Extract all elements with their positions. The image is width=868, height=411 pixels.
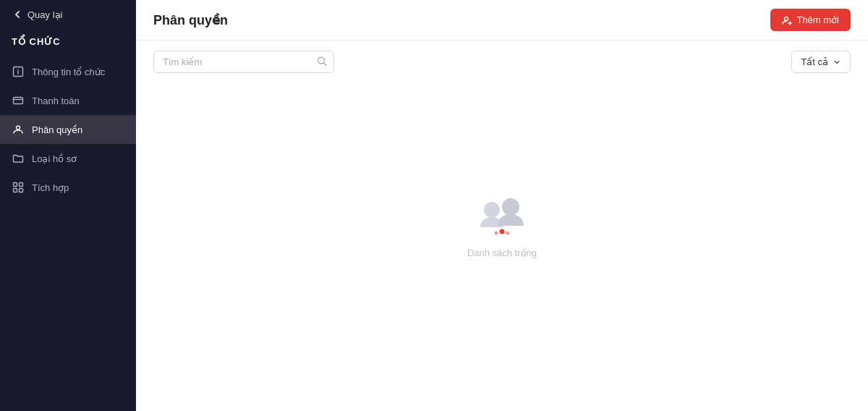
sidebar-item-tich-hop[interactable]: Tích hợp xyxy=(0,173,136,202)
search-input[interactable] xyxy=(153,51,334,73)
svg-point-10 xyxy=(785,17,788,20)
svg-rect-6 xyxy=(14,183,17,187)
empty-state: Danh sách trống xyxy=(136,80,868,411)
svg-point-16 xyxy=(502,198,519,216)
sidebar-item-label: Phân quyền xyxy=(32,124,82,135)
svg-point-18 xyxy=(495,232,498,235)
role-icon xyxy=(12,123,25,136)
back-button[interactable]: Quay lại xyxy=(0,0,136,29)
svg-point-15 xyxy=(484,202,500,218)
empty-illustration xyxy=(473,190,531,240)
main-header: Phân quyền Thêm mới xyxy=(136,0,868,41)
add-button-label: Thêm mới xyxy=(796,14,839,25)
org-section-title: TỔ CHỨC xyxy=(0,29,136,57)
svg-rect-3 xyxy=(14,98,23,104)
back-label: Quay lại xyxy=(27,9,62,20)
svg-rect-9 xyxy=(20,189,23,192)
svg-point-5 xyxy=(17,126,20,130)
svg-rect-8 xyxy=(14,189,17,192)
page-title: Phân quyền xyxy=(153,12,228,28)
search-icon xyxy=(317,56,327,68)
payment-icon xyxy=(12,94,25,107)
toolbar: Tất cả xyxy=(136,41,868,80)
integration-icon xyxy=(12,181,25,194)
empty-text: Danh sách trống xyxy=(467,247,537,258)
svg-rect-7 xyxy=(20,183,23,187)
sidebar-item-thanh-toan[interactable]: Thanh toán xyxy=(0,86,136,115)
filter-label: Tất cả xyxy=(801,56,828,67)
folder-icon xyxy=(12,152,25,165)
back-arrow-icon xyxy=(12,9,23,20)
search-wrapper xyxy=(153,51,334,73)
sidebar-item-loai-ho-so[interactable]: Loại hồ sơ xyxy=(0,144,136,173)
chevron-down-icon xyxy=(833,58,841,67)
add-user-icon xyxy=(782,15,792,25)
sidebar-item-label: Thanh toán xyxy=(32,96,80,106)
svg-line-14 xyxy=(324,63,327,66)
main-content: Phân quyền Thêm mới Tất cả xyxy=(136,0,868,411)
sidebar-item-label: Thông tin tổ chức xyxy=(32,67,105,77)
sidebar: Quay lại TỔ CHỨC Thông tin tổ chức Thanh… xyxy=(0,0,136,411)
svg-point-19 xyxy=(506,232,510,235)
sidebar-item-label: Tích hợp xyxy=(32,182,69,193)
sidebar-item-label: Loại hồ sơ xyxy=(32,153,77,164)
svg-point-2 xyxy=(17,69,19,70)
filter-dropdown[interactable]: Tất cả xyxy=(791,51,851,73)
sidebar-item-thong-tin[interactable]: Thông tin tổ chức xyxy=(0,57,136,86)
info-icon xyxy=(12,65,25,78)
svg-point-17 xyxy=(500,229,505,234)
add-new-button[interactable]: Thêm mới xyxy=(770,9,851,31)
sidebar-item-phan-quyen[interactable]: Phân quyền xyxy=(0,115,136,144)
